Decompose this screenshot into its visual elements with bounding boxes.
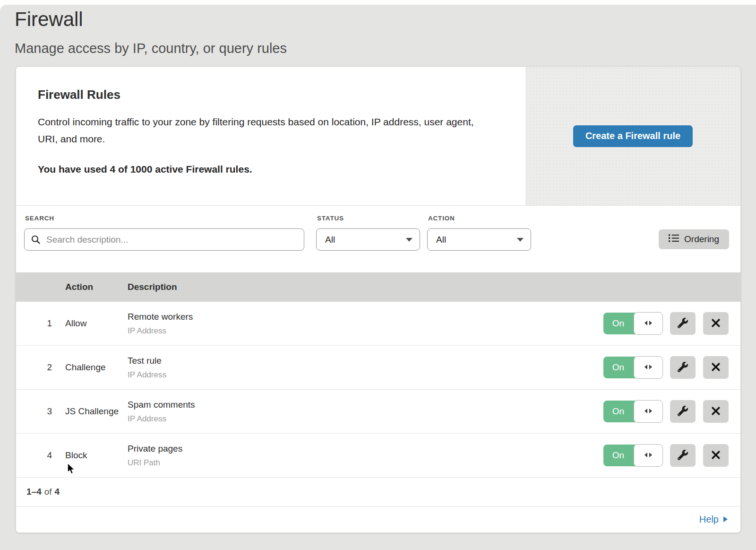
rule-description: Test rule bbox=[128, 356, 603, 366]
rule-controls: On bbox=[603, 444, 740, 467]
left-right-arrows-icon bbox=[644, 451, 653, 460]
ordering-button[interactable]: Ordering bbox=[659, 229, 729, 249]
column-description: Description bbox=[128, 282, 603, 292]
chevron-down-icon bbox=[406, 238, 412, 242]
search-input-wrap bbox=[24, 228, 304, 251]
rule-controls: On bbox=[603, 400, 740, 423]
rule-action: Challenge bbox=[65, 362, 128, 373]
help-link[interactable]: Help bbox=[699, 514, 728, 525]
rule-description-cell: Remote workers IP Address bbox=[128, 312, 603, 336]
rule-controls: On bbox=[603, 312, 740, 335]
table-row: 2 Challenge Test rule IP Address On bbox=[16, 346, 740, 390]
create-firewall-rule-button[interactable]: Create a Firewall rule bbox=[573, 125, 693, 147]
page-header: Firewall Manage access by IP, country, o… bbox=[0, 5, 756, 56]
status-select[interactable]: All bbox=[316, 228, 420, 251]
rules-usage-text: You have used 4 of 1000 active Firewall … bbox=[38, 164, 497, 175]
delete-rule-button[interactable] bbox=[703, 356, 729, 379]
chevron-down-icon bbox=[517, 238, 524, 242]
wrench-icon bbox=[678, 318, 688, 330]
left-right-arrows-icon bbox=[644, 407, 653, 416]
x-icon bbox=[711, 406, 721, 417]
table-row: 4 Block Private pages URI Path On bbox=[16, 434, 740, 478]
search-icon bbox=[31, 235, 40, 246]
left-right-arrows-icon bbox=[644, 363, 653, 372]
list-icon bbox=[669, 234, 679, 244]
toggle-on-label: On bbox=[603, 401, 633, 422]
rule-status-toggle[interactable]: On bbox=[603, 313, 662, 334]
action-select[interactable]: All bbox=[427, 228, 531, 251]
toggle-handle[interactable] bbox=[634, 444, 663, 467]
pagination-total: 4 bbox=[55, 487, 60, 497]
rule-description: Remote workers bbox=[128, 312, 603, 322]
page-title: Firewall bbox=[15, 8, 756, 31]
rules-info: Firewall Rules Control incoming traffic … bbox=[16, 67, 525, 205]
ordering-button-label: Ordering bbox=[684, 234, 719, 244]
rule-status-toggle[interactable]: On bbox=[603, 445, 662, 466]
toggle-handle[interactable] bbox=[634, 312, 663, 335]
rules-heading: Firewall Rules bbox=[38, 87, 497, 102]
table-row: 3 JS Challenge Spam comments IP Address … bbox=[16, 390, 740, 434]
rule-status-toggle[interactable]: On bbox=[603, 401, 662, 422]
table-row: 1 Allow Remote workers IP Address On bbox=[16, 302, 740, 346]
rules-overview-section: Firewall Rules Control incoming traffic … bbox=[16, 67, 740, 206]
pagination-row: 1–4 of 4 bbox=[16, 478, 740, 506]
wrench-icon bbox=[678, 362, 688, 374]
firewall-rules-card: Firewall Rules Control incoming traffic … bbox=[16, 66, 741, 533]
delete-rule-button[interactable] bbox=[703, 312, 729, 335]
rule-description: Spam comments bbox=[128, 400, 603, 410]
action-filter-group: ACTION All bbox=[427, 215, 531, 251]
search-label: SEARCH bbox=[25, 215, 304, 222]
x-icon bbox=[711, 318, 721, 329]
toggle-on-label: On bbox=[603, 445, 633, 466]
wrench-icon bbox=[678, 406, 688, 418]
action-label: ACTION bbox=[428, 215, 531, 222]
help-row: Help bbox=[16, 506, 740, 533]
status-select-value: All bbox=[325, 235, 335, 245]
firewall-page: Firewall Manage access by IP, country, o… bbox=[0, 5, 756, 550]
rules-description: Control incoming traffic to your zone by… bbox=[38, 113, 487, 148]
edit-rule-button[interactable] bbox=[670, 356, 696, 379]
rule-description-cell: Spam comments IP Address bbox=[128, 400, 603, 424]
rule-description-cell: Test rule IP Address bbox=[128, 356, 603, 380]
rule-status-toggle[interactable]: On bbox=[603, 357, 662, 378]
status-label: STATUS bbox=[317, 215, 420, 222]
pagination-separator: of bbox=[44, 487, 52, 497]
rule-description-cell: Private pages URI Path bbox=[128, 444, 603, 468]
delete-rule-button[interactable] bbox=[703, 400, 729, 423]
rule-number: 4 bbox=[16, 450, 65, 461]
rules-table-body: 1 Allow Remote workers IP Address On bbox=[16, 302, 740, 478]
toggle-on-label: On bbox=[603, 357, 633, 378]
table-header: Action Description bbox=[16, 272, 740, 302]
help-link-label: Help bbox=[699, 514, 719, 525]
toggle-handle[interactable] bbox=[634, 400, 663, 423]
delete-rule-button[interactable] bbox=[703, 444, 729, 467]
rule-match-type: IP Address bbox=[128, 414, 603, 424]
rule-match-type: IP Address bbox=[128, 370, 603, 380]
x-icon bbox=[711, 450, 721, 461]
edit-rule-button[interactable] bbox=[670, 444, 696, 467]
rule-action: Block bbox=[65, 450, 128, 461]
cta-panel: Create a Firewall rule bbox=[525, 67, 740, 205]
help-arrow-icon bbox=[723, 514, 728, 525]
edit-rule-button[interactable] bbox=[670, 400, 696, 423]
pagination-range: 1–4 bbox=[26, 487, 42, 497]
rule-description: Private pages bbox=[128, 444, 603, 454]
rule-action: Allow bbox=[65, 318, 128, 329]
column-action: Action bbox=[65, 282, 128, 292]
rule-match-type: IP Address bbox=[128, 326, 603, 336]
rule-controls: On bbox=[603, 356, 740, 379]
page-subtitle: Manage access by IP, country, or query r… bbox=[15, 41, 756, 56]
toggle-handle[interactable] bbox=[634, 356, 663, 379]
rule-number: 1 bbox=[16, 318, 65, 329]
search-filter-group: SEARCH bbox=[24, 215, 304, 251]
toggle-on-label: On bbox=[603, 313, 633, 334]
x-icon bbox=[711, 362, 721, 373]
search-input[interactable] bbox=[24, 228, 304, 251]
action-select-value: All bbox=[436, 235, 446, 245]
left-right-arrows-icon bbox=[644, 319, 653, 328]
edit-rule-button[interactable] bbox=[670, 312, 696, 335]
rule-number: 2 bbox=[16, 362, 65, 373]
filter-bar: SEARCH STATUS All bbox=[16, 206, 740, 272]
status-filter-group: STATUS All bbox=[316, 215, 420, 251]
rule-match-type: URI Path bbox=[128, 458, 603, 468]
